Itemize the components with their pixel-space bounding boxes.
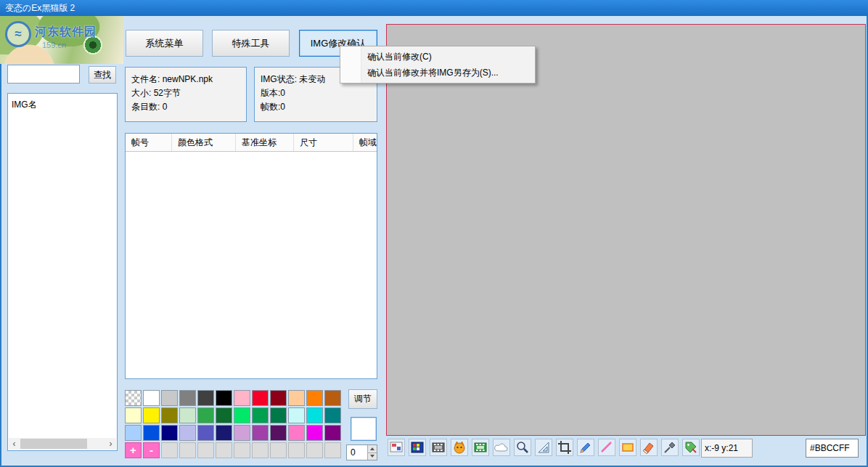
palette-remove-button[interactable]: - bbox=[143, 442, 160, 458]
palette-swatch-empty[interactable] bbox=[288, 442, 305, 458]
color-value-field[interactable]: #BBCCFF bbox=[806, 439, 859, 458]
palette-swatch-empty[interactable] bbox=[234, 442, 250, 458]
frame-table-column-header[interactable]: 尺寸 bbox=[294, 134, 353, 151]
palette-swatch[interactable] bbox=[288, 425, 305, 441]
img-list-horizontal-scrollbar[interactable]: ‹ › bbox=[9, 438, 116, 450]
img-list-box[interactable]: IMG名 ‹ › bbox=[7, 93, 118, 451]
pencil-icon[interactable] bbox=[577, 439, 594, 456]
watermark-title: 河东软件园 bbox=[35, 25, 97, 40]
spinner-arrows bbox=[367, 445, 377, 460]
palette-swatch[interactable] bbox=[216, 425, 232, 441]
palette-swatch[interactable] bbox=[324, 407, 341, 423]
menu-item-confirm[interactable]: 确认当前修改(C) bbox=[341, 49, 534, 65]
palette-swatch-empty[interactable] bbox=[270, 442, 287, 458]
spinner-down-icon[interactable] bbox=[368, 452, 377, 460]
palette-swatch[interactable] bbox=[161, 425, 178, 441]
palette-swatch[interactable] bbox=[216, 407, 232, 423]
palette-swatch[interactable] bbox=[270, 425, 287, 441]
palette-swatch[interactable] bbox=[306, 390, 323, 406]
title-bar[interactable]: 变态のEx黑猫版 2 bbox=[0, 0, 868, 16]
window-title: 变态のEx黑猫版 2 bbox=[5, 3, 75, 13]
entry-count-text: 条目数: 0 bbox=[131, 100, 240, 114]
palette-swatch-empty[interactable] bbox=[179, 442, 196, 458]
spinner-up-icon[interactable] bbox=[368, 445, 377, 452]
canvas-frame-icon[interactable] bbox=[388, 439, 405, 456]
palette-grid-icon[interactable] bbox=[409, 439, 426, 456]
palette-swatch[interactable] bbox=[252, 425, 269, 441]
palette-swatch[interactable] bbox=[270, 390, 287, 406]
palette-swatch-empty[interactable] bbox=[197, 442, 214, 458]
adjust-button[interactable]: 调节 bbox=[348, 389, 377, 409]
palette-swatch[interactable] bbox=[179, 407, 196, 423]
current-color-preview[interactable] bbox=[351, 417, 377, 441]
palette-swatch[interactable] bbox=[234, 425, 250, 441]
frame-count-text: 帧数:0 bbox=[261, 100, 371, 114]
palette-swatch[interactable] bbox=[161, 390, 178, 406]
frame-table-column-header[interactable]: 帧号 bbox=[126, 134, 172, 151]
palette-swatch[interactable] bbox=[216, 390, 232, 406]
film-strip-icon[interactable] bbox=[430, 439, 447, 456]
cursor-coordinates: x:-9 y:21 bbox=[701, 439, 753, 458]
scrollbar-thumb[interactable] bbox=[20, 439, 87, 449]
palette-swatch[interactable] bbox=[288, 390, 305, 406]
crop-icon[interactable] bbox=[556, 439, 573, 456]
palette-swatch[interactable] bbox=[252, 407, 269, 423]
zoom-icon[interactable] bbox=[514, 439, 531, 456]
ruler-icon[interactable] bbox=[535, 439, 552, 456]
cloud-icon[interactable] bbox=[493, 439, 510, 456]
palette-swatch[interactable] bbox=[197, 425, 214, 441]
color-palette: +- bbox=[125, 390, 343, 458]
palette-swatch[interactable] bbox=[125, 425, 142, 441]
palette-swatch[interactable] bbox=[234, 407, 250, 423]
palette-swatch[interactable] bbox=[234, 390, 250, 406]
palette-swatch[interactable] bbox=[197, 390, 214, 406]
palette-swatch[interactable] bbox=[324, 390, 341, 406]
palette-swatch[interactable] bbox=[143, 425, 160, 441]
palette-swatch-transparent[interactable] bbox=[125, 390, 142, 406]
palette-swatch[interactable] bbox=[252, 390, 269, 406]
frame-table-column-header[interactable]: 颜色格式 bbox=[172, 134, 236, 151]
image-canvas[interactable] bbox=[386, 24, 866, 436]
scroll-left-arrow-icon[interactable]: ‹ bbox=[9, 438, 20, 450]
palette-swatch[interactable] bbox=[179, 390, 196, 406]
palette-swatch-empty[interactable] bbox=[324, 442, 341, 458]
bottom-toolbar bbox=[388, 439, 700, 456]
frame-table-column-header[interactable]: 帧域 bbox=[353, 134, 377, 151]
frame-table-body[interactable] bbox=[126, 152, 377, 379]
frame-table-column-header[interactable]: 基准坐标 bbox=[236, 134, 294, 151]
palette-swatch[interactable] bbox=[288, 407, 305, 423]
frame-table-header: 帧号颜色格式基准坐标尺寸帧域 bbox=[126, 134, 377, 152]
palette-swatch-empty[interactable] bbox=[252, 442, 269, 458]
system-menu-button[interactable]: 系统菜单 bbox=[126, 30, 203, 57]
file-name-text: 文件名: newNPK.npk bbox=[131, 73, 240, 86]
special-tools-button[interactable]: 特殊工具 bbox=[212, 30, 290, 57]
palette-swatch-empty[interactable] bbox=[306, 442, 323, 458]
palette-index-spinner[interactable]: 0 bbox=[346, 444, 377, 460]
palette-swatch-empty[interactable] bbox=[216, 442, 232, 458]
find-button[interactable]: 查找 bbox=[89, 66, 116, 84]
palette-add-button[interactable]: + bbox=[125, 442, 142, 458]
palette-swatch[interactable] bbox=[161, 407, 178, 423]
cat-icon[interactable] bbox=[451, 439, 468, 456]
search-input[interactable] bbox=[7, 65, 80, 84]
palette-swatch[interactable] bbox=[125, 407, 142, 423]
palette-swatch[interactable] bbox=[270, 407, 287, 423]
palette-swatch[interactable] bbox=[306, 425, 323, 441]
scroll-right-arrow-icon[interactable]: › bbox=[105, 438, 116, 450]
tag-icon[interactable] bbox=[682, 439, 700, 456]
palette-swatch[interactable] bbox=[143, 390, 160, 406]
palette-swatch-empty[interactable] bbox=[161, 442, 178, 458]
palette-swatch[interactable] bbox=[324, 425, 341, 441]
palette-swatch[interactable] bbox=[179, 425, 196, 441]
line-icon[interactable] bbox=[598, 439, 615, 456]
palette-swatch[interactable] bbox=[143, 407, 160, 423]
green-film-icon[interactable] bbox=[472, 439, 489, 456]
menu-item-confirm-save-as[interactable]: 确认当前修改并将IMG另存为(S)... bbox=[341, 65, 534, 81]
eyedropper-icon[interactable] bbox=[661, 439, 679, 456]
rectangle-icon[interactable] bbox=[619, 439, 636, 456]
img-list-header: IMG名 bbox=[12, 99, 37, 111]
palette-swatch[interactable] bbox=[197, 407, 214, 423]
eraser-icon[interactable] bbox=[640, 439, 658, 456]
app-logo-image: ≈ 河东软件园 159.cn bbox=[0, 16, 123, 64]
palette-swatch[interactable] bbox=[306, 407, 323, 423]
